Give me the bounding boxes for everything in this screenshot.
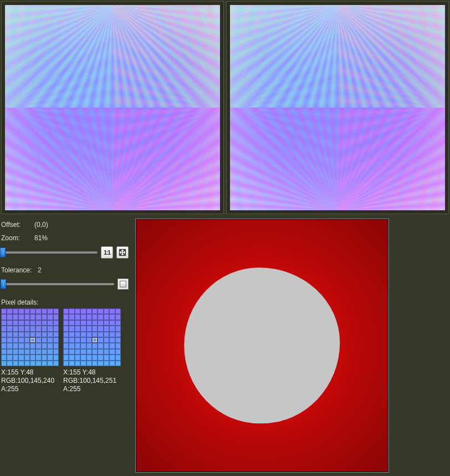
offset-label: Offset: [1,221,34,229]
pixel-cell [80,355,86,360]
pixel-cell [13,308,18,314]
pixel-grid-left[interactable] [1,308,59,366]
pixel-cell [35,320,41,326]
pixel-cell [47,337,53,343]
pixel-cell [63,326,69,331]
pixel-cell [7,361,12,366]
pixel-cell [35,314,41,320]
tolerance-slider-row [1,278,129,290]
pixel-cell [92,361,98,366]
pixel-cell [42,320,47,326]
pixel-cell [1,314,7,320]
pixel-cell [7,320,12,326]
pixel-cell [13,326,18,331]
pixel-cell [42,343,47,348]
pixel-cell [69,314,74,320]
pixel-cell [24,349,30,355]
pixel-right-coord: X:155 Y:48 [63,368,121,377]
pixel-cell [53,337,59,343]
pixel-cell [69,320,74,326]
pixel-cell [109,355,115,360]
pixel-cell [18,308,24,314]
pixel-cell [104,320,109,326]
pixel-cell [80,308,86,314]
offset-row: Offset: (0,0) [1,219,129,231]
pixel-cell [63,320,69,326]
threshold-swatch-button[interactable] [117,278,129,290]
pixel-cell [104,332,109,337]
pixel-cell [104,308,109,314]
one-to-one-icon: 1:1 [104,250,110,256]
pixel-cell [75,361,80,366]
zoom-one-to-one-button[interactable]: 1:1 [101,246,113,259]
pixel-cell [63,308,69,314]
pixel-cell [47,308,53,314]
pixel-cell [18,349,24,355]
pixel-cell [35,343,41,348]
pixel-cell [115,349,121,355]
pixel-cell [69,326,74,331]
pixel-cell [75,326,80,331]
pixel-cell [75,355,80,360]
pixel-right-rgb: RGB:100,145,251 [63,377,121,385]
pixel-cell [109,314,115,320]
pixel-cell [69,361,74,366]
pixel-cell [24,326,30,331]
pixel-cell [115,314,121,320]
pixel-cell [30,343,35,348]
pixel-cell [7,314,12,320]
pixel-details-header: Pixel details: [1,298,129,306]
pixel-swatch-row: X:155 Y:48 RGB:100,145,240 A:255 X:155 Y… [1,308,129,393]
pixel-cell [24,337,30,343]
pixel-cell [13,343,18,348]
pixel-cell [30,326,35,331]
tolerance-slider[interactable] [1,283,114,285]
pixel-cell [53,320,59,326]
pixel-cell [109,332,115,337]
pixel-cell [104,314,109,320]
tolerance-slider-thumb[interactable] [1,279,7,289]
image-panel-right[interactable] [226,1,449,214]
pixel-left-rgb: RGB:100,145,240 [1,377,59,385]
image-panel-left[interactable] [1,1,224,214]
pixel-cell [98,332,103,337]
pixel-cell [1,308,7,314]
pixel-cell [42,326,47,331]
pixel-cell [1,349,7,355]
pixel-cell [69,308,74,314]
pixel-cell [13,320,18,326]
pixel-cell [1,320,7,326]
pixel-cell [98,308,103,314]
zoom-slider[interactable] [1,251,98,254]
controls-panel: Offset: (0,0) Zoom: 81% 1:1 [1,219,129,473]
pixel-grid-right[interactable] [63,308,121,366]
pixel-swatch-right: X:155 Y:48 RGB:100,145,251 A:255 [63,308,121,393]
pixel-cell [86,343,92,348]
pixel-cell [7,332,12,337]
diff-image-frame[interactable] [135,219,389,473]
threshold-swatch-icon [120,281,126,287]
diff-panel [135,219,447,473]
pixel-cell [92,308,98,314]
pixel-cell [30,332,35,337]
pixel-cell [86,314,92,320]
pixel-cell [63,337,69,343]
pixel-cell [30,349,35,355]
pixel-cell [24,308,30,314]
pixel-cell [13,349,18,355]
pixel-cell [75,332,80,337]
pixel-right-alpha: A:255 [63,385,121,393]
pixel-cell [98,343,103,348]
pixel-cell [53,343,59,348]
pixel-cell [80,349,86,355]
pixel-cell [1,326,7,331]
pixel-cell [53,308,59,314]
pixel-cell [104,361,109,366]
pixel-cell [47,349,53,355]
pixel-cell [63,361,69,366]
zoom-slider-thumb[interactable] [0,247,6,257]
pixel-cell [75,349,80,355]
pixel-cell [80,332,86,337]
zoom-fit-button[interactable] [116,246,129,259]
pixel-cell [98,349,103,355]
